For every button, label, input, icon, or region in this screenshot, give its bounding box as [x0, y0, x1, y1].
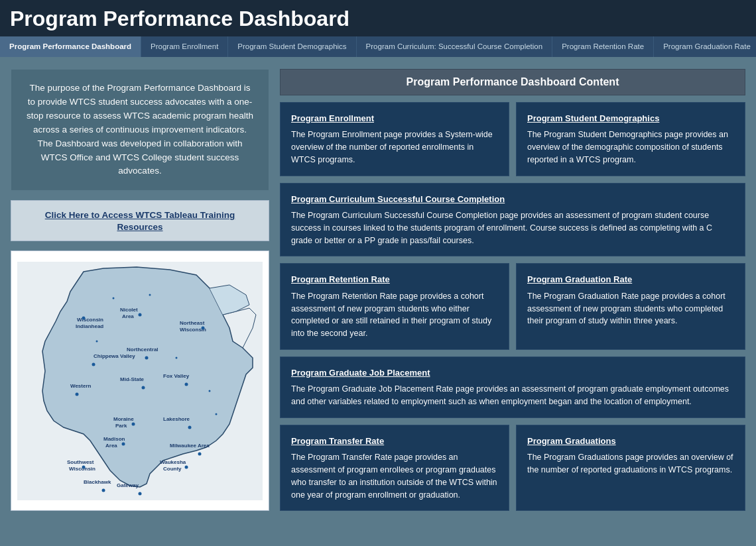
card-graduation[interactable]: Program Graduation Rate The Program Grad… [516, 263, 745, 350]
svg-text:Waukesha: Waukesha [160, 459, 186, 465]
card-graduations-title: Program Graduations [527, 435, 734, 448]
svg-text:Mid-State: Mid-State [120, 376, 145, 382]
svg-point-44 [209, 390, 211, 392]
svg-text:Area: Area [122, 313, 134, 319]
card-enrollment-body: The Program Enrollment page provides a S… [291, 130, 493, 164]
svg-text:Gateway: Gateway [117, 482, 139, 488]
svg-point-3 [82, 316, 86, 319]
svg-text:Area: Area [105, 443, 117, 449]
page-title: Program Performance Dashboard [10, 7, 746, 31]
card-row-5: Program Transfer Rate The Program Transf… [280, 425, 745, 512]
intro-box: The purpose of the Program Performance D… [11, 69, 269, 191]
card-graduations-body: The Program Graduations page provides an… [527, 453, 733, 474]
card-job-placement-title: Program Graduate Job Placement [291, 366, 734, 380]
main-content: The purpose of the Program Performance D… [0, 57, 756, 523]
card-transfer-body: The Program Transfer Rate page provides … [291, 453, 497, 499]
page-header: Program Performance Dashboard [0, 0, 756, 36]
left-panel: The purpose of the Program Performance D… [11, 69, 269, 512]
card-enrollment-title: Program Enrollment [291, 112, 498, 125]
card-row-4: Program Graduate Job Placement The Progr… [280, 356, 745, 418]
svg-text:Milwaukee Area: Milwaukee Area [170, 443, 210, 449]
svg-point-39 [139, 492, 142, 495]
card-row-2: Program Curriculum Successful Course Com… [280, 183, 745, 257]
svg-point-22 [132, 422, 135, 425]
card-curriculum-title: Program Curriculum Successful Course Com… [291, 193, 734, 206]
intro-text: The purpose of the Program Performance D… [25, 82, 255, 178]
svg-text:Northcentral: Northcentral [127, 347, 158, 353]
svg-text:Park: Park [115, 423, 127, 429]
card-curriculum-body: The Program Curriculum Successful Course… [291, 211, 712, 245]
svg-text:Madison: Madison [103, 436, 125, 442]
svg-text:Indianhead: Indianhead [76, 323, 103, 329]
card-graduations[interactable]: Program Graduations The Program Graduati… [516, 425, 745, 512]
card-retention-title: Program Retention Rate [291, 273, 498, 286]
card-demographics-body: The Program Student Demographics page pr… [527, 130, 728, 164]
card-graduation-title: Program Graduation Rate [527, 273, 734, 286]
svg-text:Fox Valley: Fox Valley [163, 373, 190, 379]
navigation-bar: Program Performance Dashboard Program En… [0, 36, 756, 57]
svg-point-25 [122, 442, 125, 445]
svg-point-11 [92, 362, 95, 366]
svg-text:Blackhawk: Blackhawk [84, 479, 111, 485]
training-link-box: Click Here to Access WTCS Tableau Traini… [11, 200, 269, 241]
svg-point-40 [113, 297, 115, 299]
svg-point-35 [82, 465, 86, 468]
nav-tab-dashboard[interactable]: Program Performance Dashboard [0, 36, 141, 57]
svg-point-9 [202, 326, 205, 329]
wisconsin-map: Wisconsin Indianhead Nicolet Area Northe… [11, 250, 269, 511]
nav-tab-retention[interactable]: Program Retention Rate [552, 36, 654, 57]
svg-point-37 [102, 488, 105, 492]
svg-text:Southwest: Southwest [67, 459, 94, 465]
card-row-1: Program Enrollment The Program Enrollmen… [280, 102, 745, 176]
svg-point-41 [149, 294, 151, 296]
svg-point-27 [188, 425, 192, 429]
wi-map-svg: Wisconsin Indianhead Nicolet Area Northe… [17, 262, 263, 500]
svg-text:Western: Western [70, 383, 92, 389]
card-job-placement-body: The Program Graduate Job Placement Rate … [291, 384, 729, 406]
nav-tab-graduation[interactable]: Program Graduation Rate [654, 36, 756, 57]
svg-text:Chippewa Valley: Chippewa Valley [94, 353, 135, 359]
svg-point-45 [216, 413, 218, 415]
svg-text:Lakeshore: Lakeshore [163, 416, 190, 422]
nav-tab-enrollment[interactable]: Program Enrollment [141, 36, 228, 57]
svg-text:Moraine: Moraine [113, 416, 134, 422]
card-transfer[interactable]: Program Transfer Rate The Program Transf… [280, 425, 509, 512]
right-panel: Program Performance Dashboard Content Pr… [280, 69, 745, 512]
card-curriculum[interactable]: Program Curriculum Successful Course Com… [280, 183, 745, 257]
svg-point-17 [142, 386, 145, 389]
svg-point-29 [198, 452, 202, 455]
svg-point-6 [139, 313, 142, 316]
nav-tab-curriculum[interactable]: Program Curriculum: Successful Course Co… [357, 36, 553, 57]
svg-text:Northeast: Northeast [180, 320, 205, 326]
svg-text:County: County [163, 466, 182, 472]
svg-point-13 [145, 356, 149, 359]
svg-point-32 [185, 465, 188, 468]
svg-point-19 [185, 382, 188, 386]
card-transfer-title: Program Transfer Rate [291, 435, 498, 448]
content-section-title: Program Performance Dashboard Content [280, 69, 745, 95]
card-enrollment[interactable]: Program Enrollment The Program Enrollmen… [280, 102, 509, 176]
svg-text:Nicolet: Nicolet [120, 307, 138, 313]
svg-point-43 [176, 356, 178, 358]
svg-point-42 [96, 340, 98, 342]
card-demographics[interactable]: Program Student Demographics The Program… [516, 102, 745, 176]
training-link[interactable]: Click Here to Access WTCS Tableau Traini… [45, 210, 235, 232]
card-graduation-body: The Program Graduation Rate page provide… [527, 292, 725, 326]
nav-tab-demographics[interactable]: Program Student Demographics [228, 36, 356, 57]
card-demographics-title: Program Student Demographics [527, 112, 734, 125]
svg-point-15 [76, 392, 79, 396]
card-retention[interactable]: Program Retention Rate The Program Reten… [280, 263, 509, 350]
card-job-placement[interactable]: Program Graduate Job Placement The Progr… [280, 356, 745, 418]
card-retention-body: The Program Retention Rate page provides… [291, 292, 491, 338]
svg-text:Wisconsin: Wisconsin [77, 317, 103, 323]
card-row-3: Program Retention Rate The Program Reten… [280, 263, 745, 350]
